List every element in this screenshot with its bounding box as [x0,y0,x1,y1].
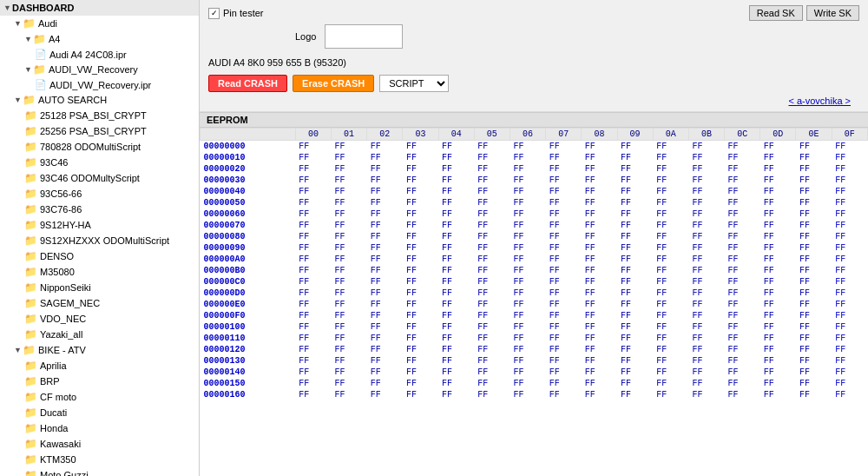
sidebar-label: Moto Guzzi [40,470,89,476]
sidebar-item-auto-search[interactable]: ▼ 📁 AUTO SEARCH [0,92,199,108]
hex-cell: FF [796,254,832,265]
hex-cell: FF [760,220,796,231]
hex-address: 000000F0 [201,310,296,321]
hex-cell: FF [546,197,582,208]
pin-tester-check[interactable]: Pin tester [208,8,263,19]
sidebar-item-ducati[interactable]: 📁 Ducati [0,405,199,420]
read-sk-button[interactable]: Read SK [749,5,803,21]
hex-cell: FF [617,378,653,389]
hex-cell: FF [367,276,403,288]
pin-tester-label: Pin tester [223,8,263,18]
table-row: 00000110FFFFFFFFFFFFFFFFFFFFFFFFFFFFFFFF [201,333,868,344]
hex-cell: FF [367,231,403,242]
sidebar-root-dashboard[interactable]: ▼ DASHBOARD [0,0,199,16]
hex-cell: FF [367,310,403,321]
hex-cell: FF [438,175,474,186]
sidebar-label: BIKE - ATV [38,345,86,355]
hex-cell: FF [546,367,582,378]
sidebar-item-audi-a4-file[interactable]: 📄 Audi A4 24C08.ipr [0,47,199,62]
sidebar-item-25128[interactable]: 📁 25128 PSA_BSI_CRYPT [0,108,199,123]
folder-icon: 📁 [23,94,36,106]
folder-icon: 📁 [24,109,37,122]
sidebar-item-audi-vw-recovery-file[interactable]: 📄 AUDI_VW_Recovery.ipr [0,77,199,92]
hex-cell: FF [688,355,724,367]
hex-cell: FF [510,276,545,288]
sidebar-item-nippon[interactable]: 📁 NipponSeiki [0,280,199,295]
table-row: 00000120FFFFFFFFFFFFFFFFFFFFFFFFFFFFFFFF [201,344,868,355]
hex-address: 00000100 [201,321,296,333]
sidebar-item-moto-guzzi[interactable]: 📁 Moto Guzzi [0,467,199,476]
sidebar-item-93c76[interactable]: 📁 93C76-86 [0,202,199,217]
sidebar-item-ktm350[interactable]: 📁 KTM350 [0,452,199,467]
hex-cell: FF [653,254,688,265]
hex-cell: FF [438,152,474,163]
sidebar-item-780828[interactable]: 📁 780828 ODOMultiScript [0,139,199,155]
table-row: 000000C0FFFFFFFFFFFFFFFFFFFFFFFFFFFFFFFF [201,276,868,288]
sidebar-label: CF moto [40,392,76,402]
sidebar-item-bike-atv[interactable]: ▼ 📁 BIKE - ATV [0,342,199,358]
hex-cell: FF [617,152,653,163]
folder-icon: 📁 [33,33,46,45]
hex-cell: FF [438,265,474,276]
sidebar-item-a4[interactable]: ▼ 📁 A4 [0,31,199,47]
sidebar-item-93c56[interactable]: 📁 93C56-66 [0,186,199,202]
hex-cell: FF [403,208,438,220]
hex-cell: FF [295,367,331,378]
hex-table-container[interactable]: 000102030405060708090A0B0C0D0E0F 0000000… [200,128,868,476]
hex-cell: FF [725,367,760,378]
sidebar-item-93c46-odo[interactable]: 📁 93C46 ODOMultyScript [0,170,199,186]
sidebar-item-9s12hy[interactable]: 📁 9S12HY-HA [0,217,199,233]
hex-cell: FF [332,197,367,208]
hex-cell: FF [832,163,867,175]
sidebar-item-audi[interactable]: ▼ 📁 Audi [0,16,199,31]
sidebar[interactable]: ▼ DASHBOARD ▼ 📁 Audi ▼ 📁 A4 📄 Audi A4 24… [0,0,200,476]
hex-cell: FF [688,367,724,378]
expand-icon: ▼ [14,96,21,104]
device-info: AUDI A4 8K0 959 655 B (95320) [208,56,346,69]
sidebar-label: Kawasaki [40,439,81,449]
folder-icon: 📁 [24,219,37,231]
hex-cell: FF [832,152,867,163]
erase-crash-button[interactable]: Erase CRASH [293,75,374,92]
sidebar-item-25256[interactable]: 📁 25256 PSA_BSI_CRYPT [0,123,199,139]
script-dropdown[interactable]: SCRIPT [379,75,449,92]
hex-cell: FF [617,321,653,333]
sidebar-item-aprilia[interactable]: 📁 Aprilia [0,358,199,374]
hex-cell: FF [582,321,617,333]
sidebar-item-brp[interactable]: 📁 BRP [0,374,199,389]
sidebar-item-m35080[interactable]: 📁 M35080 [0,264,199,280]
hex-cell: FF [796,344,832,355]
hex-cell: FF [796,265,832,276]
sidebar-label: KTM350 [40,454,76,465]
hex-cell: FF [438,163,474,175]
hex-cell: FF [546,265,582,276]
write-sk-button[interactable]: Write SK [806,5,859,21]
eeprom-section: EEPROM 000102030405060708090A0B0C0D0E0F … [200,112,868,476]
sidebar-item-kawasaki[interactable]: 📁 Kawasaki [0,436,199,452]
sidebar-item-vdo[interactable]: 📁 VDO_NEC [0,311,199,327]
author-link[interactable]: < a-vovchika > [788,96,859,106]
sidebar-item-93c46[interactable]: 📁 93C46 [0,155,199,170]
hex-cell: FF [474,163,510,175]
sidebar-label: M35080 [40,267,75,277]
sidebar-item-honda[interactable]: 📁 Honda [0,420,199,436]
pin-tester-checkbox[interactable] [208,8,220,19]
sidebar-item-yazaki[interactable]: 📁 Yazaki_all [0,327,199,342]
sidebar-item-9s12xhz[interactable]: 📁 9S12XHZXXX ODOMultiScript [0,233,199,248]
hex-cell: FF [653,242,688,254]
table-row: 000000D0FFFFFFFFFFFFFFFFFFFFFFFFFFFFFFFF [201,288,868,299]
sidebar-item-denso[interactable]: 📁 DENSO [0,248,199,264]
sidebar-item-sagem[interactable]: 📁 SAGEM_NEC [0,295,199,311]
read-crash-button[interactable]: Read CRASH [208,75,287,92]
hex-cell: FF [688,288,724,299]
hex-cell: FF [796,288,832,299]
sidebar-item-audi-vw-recovery[interactable]: ▼ 📁 AUDI_VW_Recovery [0,62,199,77]
hex-cell: FF [582,163,617,175]
sidebar-label: Honda [40,423,68,433]
sidebar-label: AUDI_VW_Recovery.ipr [49,80,151,90]
hex-cell: FF [760,288,796,299]
hex-cell: FF [295,220,331,231]
sidebar-item-cfmoto[interactable]: 📁 CF moto [0,389,199,405]
hex-cell: FF [796,333,832,344]
hex-cell: FF [582,355,617,367]
